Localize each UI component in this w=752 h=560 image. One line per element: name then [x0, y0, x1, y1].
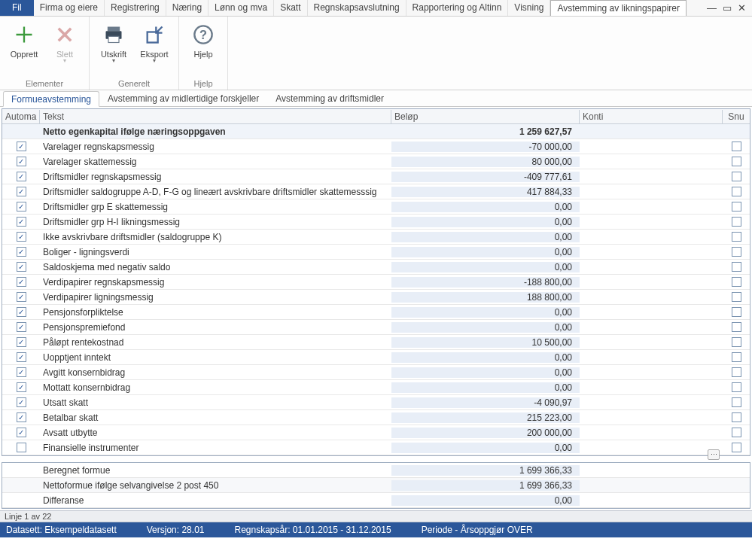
- utskrift-button[interactable]: Utskrift▾: [94, 20, 133, 64]
- close-icon[interactable]: ✕: [738, 2, 746, 14]
- table-row[interactable]: Mottatt konsernbidrag0,00: [2, 380, 750, 395]
- table-row[interactable]: Betalbar skatt215 223,00: [2, 410, 750, 425]
- snu-checkbox[interactable]: [732, 428, 741, 437]
- table-row[interactable]: Boliger - ligningsverdi0,00: [2, 245, 750, 260]
- table-row[interactable]: Uopptjent inntekt0,00: [2, 350, 750, 365]
- automa-checkbox[interactable]: [17, 337, 26, 347]
- col-header-automa[interactable]: Automa: [2, 110, 40, 123]
- menu-item-3[interactable]: Lønn og mva: [209, 0, 274, 16]
- table-row[interactable]: Påløpt rentekostnad10 500,00: [2, 335, 750, 350]
- table-row[interactable]: Driftsmidler grp E skattemessig0,00: [2, 199, 750, 215]
- eksport-button[interactable]: Eksport▾: [135, 20, 174, 64]
- table-row[interactable]: Finansielle instrumenter0,00⋯: [2, 440, 750, 455]
- table-row[interactable]: Saldoskjema med negativ saldo0,00: [2, 260, 750, 275]
- snu-checkbox[interactable]: [732, 292, 741, 302]
- snu-checkbox[interactable]: [732, 397, 741, 407]
- automa-checkbox[interactable]: [17, 428, 26, 437]
- table-row[interactable]: Pensjonspremiefond0,00: [2, 320, 750, 335]
- snu-checkbox[interactable]: [732, 202, 741, 212]
- menu-item-1[interactable]: Registrering: [105, 0, 166, 16]
- snu-checkbox[interactable]: [732, 367, 741, 377]
- snu-checkbox[interactable]: [732, 352, 741, 362]
- menu-item-5[interactable]: Regnskapsavslutning: [308, 0, 406, 16]
- summary-label: Beregnet formue: [40, 465, 391, 476]
- hjelp-button[interactable]: ?Hjelp: [184, 20, 223, 59]
- automa-checkbox[interactable]: [17, 232, 26, 242]
- snu-checkbox[interactable]: [732, 217, 741, 227]
- automa-checkbox[interactable]: [17, 412, 26, 422]
- automa-checkbox[interactable]: [17, 352, 26, 362]
- snu-checkbox[interactable]: [732, 262, 741, 272]
- automa-checkbox[interactable]: [17, 217, 26, 227]
- snu-checkbox[interactable]: [732, 443, 741, 452]
- menu-item-0[interactable]: Firma og eiere: [34, 0, 105, 16]
- snu-checkbox[interactable]: [732, 232, 741, 242]
- table-row[interactable]: Ikke avskrivbare driftsmidler (saldogrup…: [2, 230, 750, 245]
- restore-icon[interactable]: ▭: [723, 2, 732, 14]
- automa-checkbox[interactable]: [17, 142, 26, 151]
- automa-checkbox[interactable]: [17, 202, 26, 212]
- automa-checkbox[interactable]: [17, 157, 26, 166]
- snu-checkbox[interactable]: [732, 247, 741, 257]
- snu-checkbox[interactable]: [732, 172, 741, 181]
- automa-checkbox[interactable]: [17, 247, 26, 257]
- row-amount: 417 884,33: [391, 187, 580, 197]
- col-header-konti[interactable]: Konti: [580, 110, 723, 123]
- svg-rect-0: [108, 27, 120, 32]
- table-row[interactable]: Driftsmidler regnskapsmessig-409 777,61: [2, 169, 750, 184]
- automa-checkbox[interactable]: [17, 187, 26, 196]
- col-header-belop[interactable]: Beløp: [391, 110, 580, 123]
- col-header-tekst[interactable]: Tekst: [40, 110, 391, 123]
- table-row[interactable]: Avgitt konsernbidrag0,00: [2, 365, 750, 380]
- automa-checkbox[interactable]: [17, 382, 26, 392]
- snu-checkbox[interactable]: [732, 157, 741, 166]
- table-row[interactable]: Varelager regnskapsmessig-70 000,00: [2, 139, 750, 154]
- table-row[interactable]: Avsatt utbytte200 000,00: [2, 425, 750, 440]
- automa-checkbox[interactable]: [17, 367, 26, 377]
- table-row[interactable]: Verdipapirer ligningsmessig188 800,00: [2, 290, 750, 305]
- menu-file[interactable]: Fil: [0, 0, 34, 16]
- snu-checkbox[interactable]: [732, 322, 741, 332]
- snu-checkbox[interactable]: [732, 142, 741, 151]
- col-header-snu[interactable]: Snu: [723, 110, 750, 123]
- table-row[interactable]: Driftsmidler grp H-I likningsmessig0,00: [2, 215, 750, 230]
- snu-checkbox[interactable]: [732, 277, 741, 287]
- snu-checkbox[interactable]: [732, 187, 741, 196]
- automa-checkbox[interactable]: [17, 172, 26, 181]
- table-row[interactable]: Netto egenkapital ifølge næringsoppgaven…: [2, 124, 750, 139]
- table-row[interactable]: Utsatt skatt-4 090,97: [2, 395, 750, 410]
- menu-item-7[interactable]: Visning: [508, 0, 550, 16]
- automa-checkbox[interactable]: [17, 262, 26, 272]
- status-period: Periode - Årsoppgjør OVER: [422, 525, 533, 535]
- subtab-2[interactable]: Avstemming av driftsmidler: [267, 90, 392, 106]
- opprett-button[interactable]: Opprett: [5, 20, 44, 59]
- table-row[interactable]: Varelager skattemessig80 000,00: [2, 154, 750, 169]
- automa-checkbox[interactable]: [17, 397, 26, 407]
- snu-checkbox[interactable]: [732, 307, 741, 317]
- table-row[interactable]: Pensjonsforpliktelse0,00: [2, 305, 750, 320]
- table-row[interactable]: Driftsmidler saldogruppe A-D, F-G og lin…: [2, 184, 750, 199]
- slett-button: Slett▾: [45, 20, 84, 64]
- summary-row: Differanse0,00: [2, 493, 750, 508]
- row-amount: 0,00: [391, 307, 580, 318]
- summary-amount: 0,00: [391, 495, 580, 506]
- automa-checkbox[interactable]: [17, 292, 26, 302]
- menu-item-2[interactable]: Næring: [166, 0, 209, 16]
- snu-checkbox[interactable]: [732, 337, 741, 347]
- automa-checkbox[interactable]: [17, 443, 26, 452]
- help-icon: ?: [191, 23, 215, 47]
- chevron-down-icon: ▾: [153, 57, 156, 64]
- ellipsis-button[interactable]: ⋯: [708, 449, 720, 460]
- minimize-icon[interactable]: —: [707, 2, 717, 14]
- automa-checkbox[interactable]: [17, 277, 26, 287]
- subtab-1[interactable]: Avstemming av midlertidige forskjeller: [99, 90, 267, 106]
- subtab-0[interactable]: Formueavstemming: [3, 91, 99, 107]
- automa-checkbox[interactable]: [17, 307, 26, 317]
- menu-item-4[interactable]: Skatt: [274, 0, 307, 16]
- menu-item-6[interactable]: Rapportering og Altinn: [406, 0, 509, 16]
- menu-item-8[interactable]: Avstemming av likningspapirer: [550, 0, 687, 16]
- table-row[interactable]: Verdipapirer regnskapsmessig-188 800,00: [2, 275, 750, 290]
- automa-checkbox[interactable]: [17, 322, 26, 332]
- snu-checkbox[interactable]: [732, 412, 741, 422]
- snu-checkbox[interactable]: [732, 382, 741, 392]
